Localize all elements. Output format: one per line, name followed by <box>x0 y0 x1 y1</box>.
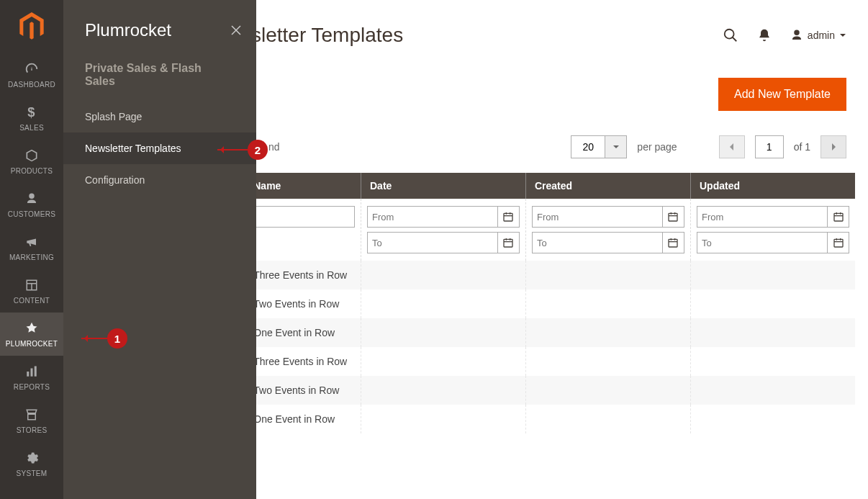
filter-date-to[interactable] <box>367 232 498 253</box>
gauge-icon <box>24 61 40 77</box>
store-icon <box>24 407 39 423</box>
svg-rect-14 <box>669 239 677 247</box>
magento-logo-icon <box>19 12 44 41</box>
nav-label: DASHBOARD <box>8 81 55 89</box>
chevron-left-icon <box>728 143 736 151</box>
nav-label: MARKETING <box>9 253 54 261</box>
cell-name: Three Events in Row <box>245 261 361 289</box>
submenu-title: Plumrocket <box>85 20 171 40</box>
filter-updated-from[interactable] <box>697 206 828 228</box>
nav-reports[interactable]: REPORTS <box>0 356 63 399</box>
nav-content[interactable]: CONTENT <box>0 269 63 313</box>
nav-label: SYSTEM <box>17 469 48 477</box>
per-page-input[interactable] <box>571 135 605 158</box>
nav-products[interactable]: PRODUCTS <box>0 140 63 183</box>
box-icon <box>24 148 39 163</box>
plumrocket-icon <box>24 320 39 336</box>
column-header-updated[interactable]: Updated <box>690 173 855 199</box>
svg-rect-6 <box>504 239 512 247</box>
column-header-date[interactable]: Date <box>361 173 525 199</box>
calendar-icon[interactable] <box>663 232 684 253</box>
cell-name: Three Events in Row <box>245 347 361 376</box>
magento-logo[interactable] <box>0 0 63 53</box>
submenu-group-title: Private Sales & Flash Sales <box>63 62 256 101</box>
nav-label: CUSTOMERS <box>8 210 55 218</box>
nav-plumrocket[interactable]: PLUMROCKET <box>0 313 63 356</box>
calendar-icon[interactable] <box>828 206 849 228</box>
nav-label: CONTENT <box>14 297 50 305</box>
svg-point-0 <box>725 30 734 39</box>
calendar-icon[interactable] <box>663 206 684 228</box>
filter-updated-to[interactable] <box>697 232 828 253</box>
filter-date-from[interactable] <box>367 206 498 228</box>
svg-rect-32 <box>35 367 37 377</box>
submenu-panel: Plumrocket Private Sales & Flash Sales S… <box>63 0 256 499</box>
nav-customers[interactable]: CUSTOMERS <box>0 183 63 226</box>
nav-sales[interactable]: $ SALES <box>0 96 63 140</box>
calendar-icon[interactable] <box>498 206 520 228</box>
cell-name: Two Events in Row <box>245 376 361 405</box>
notifications-icon[interactable] <box>757 28 772 42</box>
chevron-down-icon <box>612 143 620 150</box>
header-right: admin <box>723 27 846 43</box>
annotation-badge-2: 2 <box>248 140 268 160</box>
search-icon[interactable] <box>723 27 738 43</box>
nav-marketing[interactable]: MARKETING <box>0 226 63 269</box>
filter-created-from[interactable] <box>532 206 663 228</box>
admin-user-label: admin <box>808 30 835 41</box>
pager-next-button[interactable] <box>820 135 846 158</box>
nav-system[interactable]: SYSTEM <box>0 442 63 485</box>
per-page-label: per page <box>637 141 677 153</box>
nav-label: STORES <box>17 426 48 434</box>
submenu-item-splash-page[interactable]: Splash Page <box>63 101 256 132</box>
svg-rect-30 <box>27 372 29 377</box>
annotation-arrow-2 <box>217 149 248 150</box>
annotation-badge-1: 1 <box>107 328 127 349</box>
svg-rect-2 <box>504 213 512 221</box>
submenu-item-configuration[interactable]: Configuration <box>63 164 256 196</box>
column-header-name[interactable]: Name <box>245 173 361 199</box>
dollar-icon: $ <box>24 104 39 120</box>
bar-chart-icon <box>25 364 38 379</box>
filter-created-to[interactable] <box>532 232 663 253</box>
nav-stores[interactable]: STORES <box>0 399 63 442</box>
svg-text:$: $ <box>27 105 35 120</box>
svg-rect-18 <box>834 213 843 221</box>
cell-name: One Event in Row <box>245 318 361 347</box>
megaphone-icon <box>24 234 39 250</box>
svg-line-1 <box>733 37 737 42</box>
nav-label: SALES <box>19 124 44 132</box>
svg-rect-22 <box>834 239 843 247</box>
annotation-arrow-1 <box>81 338 107 339</box>
per-page-dropdown-arrow[interactable] <box>605 135 627 158</box>
cell-name: Two Events in Row <box>245 289 361 318</box>
submenu-item-newsletter-templates[interactable]: Newsletter Templates <box>63 132 256 164</box>
submenu-header: Plumrocket <box>63 0 256 62</box>
cell-name: One Event in Row <box>245 405 361 433</box>
admin-sidebar: DASHBOARD $ SALES PRODUCTS CUSTOMERS MAR… <box>0 0 63 499</box>
svg-rect-10 <box>669 213 677 221</box>
calendar-icon[interactable] <box>498 232 520 253</box>
admin-user-menu[interactable]: admin <box>790 29 846 42</box>
total-pages-label: of 1 <box>794 141 810 153</box>
column-header-created[interactable]: Created <box>525 173 690 199</box>
close-icon[interactable] <box>230 24 242 36</box>
nav-label: REPORTS <box>14 383 50 391</box>
svg-rect-31 <box>31 369 33 377</box>
user-icon <box>790 29 803 42</box>
page-number-input[interactable] <box>755 135 784 158</box>
chevron-down-icon <box>839 32 846 39</box>
layout-icon <box>25 277 38 293</box>
nav-dashboard[interactable]: DASHBOARD <box>0 53 63 96</box>
chevron-right-icon <box>830 143 837 151</box>
gear-icon <box>24 450 39 466</box>
pager-prev-button[interactable] <box>719 135 745 158</box>
calendar-icon[interactable] <box>828 232 849 253</box>
per-page-select[interactable] <box>571 135 627 158</box>
nav-label: PRODUCTS <box>11 167 53 175</box>
filter-name-input[interactable] <box>250 206 355 228</box>
nav-label: PLUMROCKET <box>6 340 58 348</box>
add-new-template-button[interactable]: Add New Template <box>718 78 846 111</box>
person-icon <box>25 191 38 207</box>
records-found-label: nd <box>268 141 280 153</box>
